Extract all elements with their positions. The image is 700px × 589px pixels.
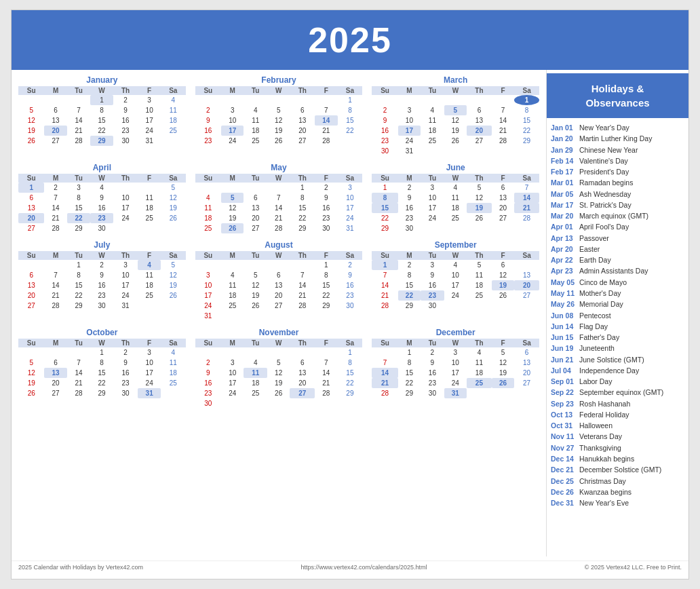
- month-title-may: May: [195, 163, 363, 172]
- holiday-name: June Solstice (GMT): [579, 354, 644, 365]
- month-may: May SuMTuWThFSa 123 45678910 11121314151…: [195, 163, 363, 233]
- holiday-date: Mar 01: [551, 177, 577, 188]
- calendar-section: January SuMTuWThFSa 1234 567891011 12131…: [12, 70, 546, 556]
- holiday-name: Cinco de Mayo: [579, 277, 627, 288]
- holiday-item: Jun 21June Solstice (GMT): [551, 354, 684, 365]
- month-august: August SuMTuWThFSa 12 3456789 1011121314…: [195, 240, 363, 321]
- holiday-item: Jan 20Martin Luther King Day: [551, 133, 684, 144]
- holiday-name: March equinox (GMT): [579, 210, 648, 221]
- holiday-name: Earth Day: [579, 254, 611, 265]
- holiday-item: Mar 20March equinox (GMT): [551, 210, 684, 221]
- holiday-date: Dec 21: [551, 464, 577, 475]
- holiday-item: May 11Mother's Day: [551, 288, 684, 299]
- month-december: December SuMTuWThFSa 123456 78910111213 …: [372, 328, 539, 408]
- holiday-item: Oct 13Federal Holiday: [551, 409, 684, 420]
- footer: 2025 Calendar with Holidays by Vertex42.…: [12, 560, 688, 573]
- holiday-item: Oct 31Halloween: [551, 420, 684, 431]
- holiday-date: Sep 22: [551, 387, 577, 398]
- holiday-name: Ash Wednesday: [579, 189, 631, 200]
- holiday-date: Sep 01: [551, 376, 577, 387]
- holiday-item: Apr 22Earth Day: [551, 254, 684, 265]
- holiday-date: Jan 29: [551, 145, 577, 155]
- holiday-item: Dec 21December Solstice (GMT): [551, 464, 684, 475]
- holiday-name: Veterans Day: [579, 431, 622, 442]
- holiday-name: President's Day: [579, 166, 629, 177]
- holiday-date: Jun 15: [551, 332, 577, 343]
- holiday-date: Jun 19: [551, 343, 577, 354]
- holiday-item: Jun 08Pentecost: [551, 310, 684, 321]
- holiday-item: Mar 17St. Patrick's Day: [551, 200, 684, 210]
- holiday-item: Feb 17President's Day: [551, 166, 684, 177]
- holiday-name: Labor Day: [579, 376, 612, 387]
- holiday-name: Rosh Hashanah: [579, 398, 630, 409]
- holiday-item: Apr 13Passover: [551, 233, 684, 244]
- month-title-september: September: [372, 240, 539, 250]
- holiday-item: Jun 19Juneteenth: [551, 343, 684, 354]
- month-title-june: June: [372, 163, 539, 172]
- month-title-october: October: [18, 328, 186, 337]
- holiday-date: Oct 13: [551, 409, 577, 420]
- month-october: October SuMTuWThFSa 1234 567891011 12131…: [18, 328, 186, 408]
- holiday-item: Jun 14Flag Day: [551, 321, 684, 332]
- holiday-name: Admin Assistants Day: [579, 265, 648, 276]
- month-april: April SuMTuWThFSa 12345 6789101112 13141…: [18, 163, 186, 233]
- holiday-date: Dec 26: [551, 487, 577, 497]
- holiday-name: Flag Day: [579, 321, 608, 332]
- holiday-item: Jan 01New Year's Day: [551, 122, 684, 133]
- holiday-item: Dec 31New Year's Eve: [551, 497, 684, 508]
- month-title-january: January: [18, 75, 186, 85]
- holiday-date: Apr 01: [551, 221, 577, 232]
- holiday-name: December Solstice (GMT): [579, 464, 661, 475]
- holiday-name: Independence Day: [579, 365, 639, 376]
- holiday-date: Nov 27: [551, 442, 577, 453]
- holiday-date: May 11: [551, 288, 577, 299]
- holiday-item: Sep 22September equinox (GMT): [551, 387, 684, 398]
- sidebar-header: Holidays &Observances: [547, 73, 688, 118]
- holiday-date: Nov 11: [551, 431, 577, 442]
- month-title-july: July: [18, 240, 186, 250]
- holiday-date: Jun 08: [551, 310, 577, 321]
- holiday-name: Father's Day: [579, 332, 619, 343]
- footer-left: 2025 Calendar with Holidays by Vertex42.…: [18, 564, 143, 571]
- holiday-name: Juneteenth: [579, 343, 615, 354]
- holiday-date: Dec 14: [551, 453, 577, 464]
- holiday-date: Feb 14: [551, 155, 577, 166]
- holiday-date: Apr 22: [551, 254, 577, 265]
- holiday-date: May 05: [551, 277, 577, 288]
- holiday-item: Mar 01Ramadan begins: [551, 177, 684, 188]
- holiday-item: Nov 11Veterans Day: [551, 431, 684, 442]
- holiday-item: Jun 15Father's Day: [551, 332, 684, 343]
- holiday-date: Oct 31: [551, 420, 577, 431]
- year-header: 2025: [12, 10, 688, 70]
- month-november: November SuMTuWThFSa 1 2345678 910111213…: [195, 328, 363, 408]
- holiday-name: September equinox (GMT): [579, 387, 663, 398]
- month-june: June SuMTuWThFSa 1234567 891011121314 15…: [372, 163, 539, 233]
- holiday-item: Apr 01April Fool's Day: [551, 221, 684, 232]
- holiday-list: Jan 01New Year's DayJan 20Martin Luther …: [547, 122, 688, 508]
- holiday-date: Jan 20: [551, 133, 577, 144]
- month-title-march: March: [372, 75, 539, 85]
- holiday-date: Jul 04: [551, 365, 577, 376]
- holiday-item: Feb 14Valentine's Day: [551, 155, 684, 166]
- holiday-name: Kwanzaa begins: [579, 487, 631, 497]
- holiday-item: Apr 23Admin Assistants Day: [551, 265, 684, 276]
- holiday-date: Jan 01: [551, 122, 577, 133]
- holiday-date: Apr 20: [551, 244, 577, 254]
- month-title-february: February: [195, 75, 363, 85]
- sidebar-title: Holidays &Observances: [585, 83, 649, 109]
- sidebar: Holidays &Observances Jan 01New Year's D…: [546, 70, 688, 556]
- month-july: July SuMTuWThFSa 12345 6789101112 131415…: [18, 240, 186, 321]
- holiday-name: New Year's Eve: [579, 497, 629, 508]
- holiday-item: Nov 27Thanksgiving: [551, 442, 684, 453]
- holiday-date: Mar 20: [551, 210, 577, 221]
- holiday-item: May 26Memorial Day: [551, 299, 684, 309]
- holiday-name: Easter: [579, 244, 600, 254]
- holiday-date: Sep 23: [551, 398, 577, 409]
- month-january: January SuMTuWThFSa 1234 567891011 12131…: [18, 75, 186, 156]
- holiday-name: New Year's Day: [579, 122, 629, 133]
- holiday-name: April Fool's Day: [579, 221, 629, 232]
- holiday-name: Christmas Day: [579, 476, 626, 487]
- month-september: September SuMTuWThFSa 123456 78910111213: [372, 240, 539, 321]
- year-text: 2025: [308, 20, 392, 60]
- month-title-december: December: [372, 328, 539, 337]
